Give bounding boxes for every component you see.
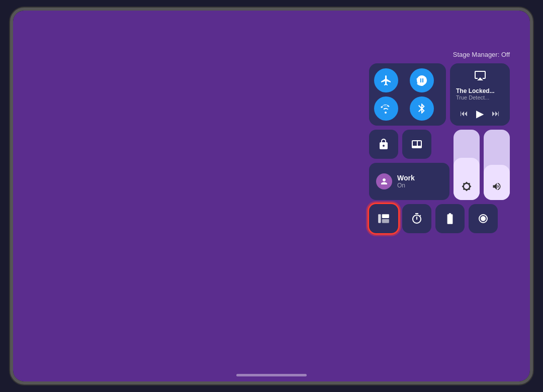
- timer-icon: [411, 213, 423, 225]
- person-icon: [380, 177, 389, 186]
- wifi-icon: [380, 103, 392, 115]
- side-button: [10, 188, 11, 209]
- screen-mirror-icon: [411, 138, 423, 150]
- now-playing-title: The Locked...: [456, 87, 504, 94]
- left-column: Work On: [369, 130, 449, 200]
- now-playing-block: The Locked... True Detect... ⏮ ▶ ⏭: [450, 63, 510, 126]
- svg-rect-1: [382, 214, 389, 218]
- cc-row-1: The Locked... True Detect... ⏮ ▶ ⏭: [369, 63, 510, 126]
- connectivity-block: [369, 63, 446, 126]
- focus-name: Work: [397, 174, 415, 182]
- svg-rect-0: [378, 214, 381, 223]
- play-button[interactable]: ▶: [476, 108, 484, 120]
- focus-status: On: [397, 182, 415, 189]
- airplay-icon: [474, 69, 486, 81]
- bluetooth-button[interactable]: [410, 96, 434, 121]
- bluetooth-icon: [416, 103, 428, 115]
- hotspot-button[interactable]: [410, 68, 434, 92]
- orientation-lock-icon: [378, 138, 390, 150]
- rewind-button[interactable]: ⏮: [460, 109, 468, 118]
- cc-row-2: Work On: [369, 130, 510, 200]
- battery-icon: [443, 212, 457, 225]
- focus-block[interactable]: Work On: [369, 163, 449, 200]
- svg-point-4: [481, 216, 486, 221]
- brightness-icon: [462, 181, 472, 194]
- tablet-screen: Stage Manager: Off: [13, 11, 530, 381]
- speaker-icon: [492, 181, 502, 191]
- now-playing-info: The Locked... True Detect...: [456, 87, 504, 101]
- focus-text: Work On: [397, 174, 415, 189]
- orientation-lock-button[interactable]: [369, 130, 398, 159]
- wifi-button[interactable]: [374, 96, 398, 121]
- hotspot-icon: [416, 74, 428, 86]
- airplane-mode-button[interactable]: [374, 68, 398, 92]
- screen-mirror-button[interactable]: [402, 130, 431, 159]
- low-power-button[interactable]: [435, 204, 465, 233]
- fast-forward-button[interactable]: ⏭: [492, 109, 500, 118]
- timer-button[interactable]: [402, 204, 431, 233]
- lock-mirror-row: [369, 130, 449, 159]
- airplane-icon: [380, 74, 392, 86]
- control-center: Stage Manager: Off: [369, 51, 510, 233]
- brightness-slider[interactable]: [454, 130, 480, 200]
- tablet-frame: Stage Manager: Off: [10, 8, 533, 384]
- stage-manager-button[interactable]: [369, 204, 398, 233]
- cc-grid: The Locked... True Detect... ⏮ ▶ ⏭: [369, 63, 510, 233]
- bottom-row: [369, 204, 510, 233]
- volume-slider[interactable]: [484, 130, 510, 200]
- airplay-icon-area: [456, 69, 504, 81]
- stage-manager-icon: [377, 212, 390, 225]
- focus-icon: [376, 173, 392, 189]
- svg-rect-2: [382, 219, 389, 223]
- now-playing-subtitle: True Detect...: [456, 94, 504, 101]
- volume-icon: [492, 181, 502, 194]
- screen-record-icon: [477, 213, 489, 225]
- screen-record-button[interactable]: [469, 204, 498, 233]
- now-playing-controls: ⏮ ▶ ⏭: [456, 108, 504, 120]
- home-indicator: [236, 374, 307, 376]
- stage-manager-status: Stage Manager: Off: [369, 51, 510, 58]
- sliders-area: [454, 130, 510, 200]
- sun-icon: [462, 181, 472, 191]
